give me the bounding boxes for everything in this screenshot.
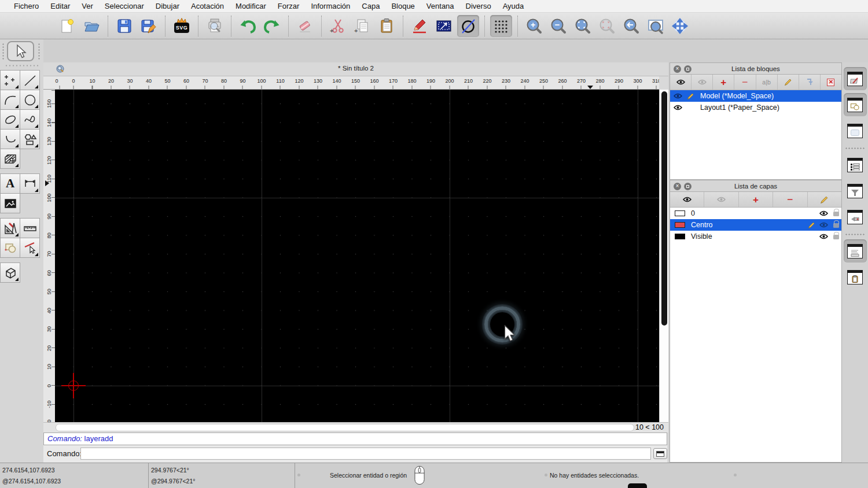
clipboard-dock-toggle[interactable] (844, 265, 867, 289)
menu-item[interactable]: Dibujar (150, 0, 185, 13)
delete-block-button[interactable]: ✕ (821, 75, 841, 90)
eye-icon[interactable] (819, 210, 828, 216)
measure-tool-button[interactable] (20, 218, 40, 238)
hide-all-layers-button[interactable] (704, 192, 738, 207)
new-file-button[interactable] (56, 15, 78, 37)
cut-button[interactable]: + (327, 15, 349, 37)
close-icon[interactable]: × (674, 183, 681, 190)
library-browser-dock-toggle[interactable] (844, 93, 867, 116)
selection-filter-dock-toggle[interactable] (844, 179, 867, 202)
polygon-tool-button[interactable] (20, 129, 40, 149)
draft-mode-button[interactable] (457, 15, 479, 37)
zoom-auto-button[interactable] (572, 15, 594, 37)
selection-window-button[interactable] (433, 15, 455, 37)
horizontal-scrollbar[interactable]: 10 < 100 (43, 422, 668, 432)
layer-color-swatch[interactable] (675, 234, 685, 239)
zoom-previous-button[interactable] (596, 15, 618, 37)
layer-list-dock-toggle[interactable] (844, 153, 867, 176)
eye-icon[interactable] (674, 93, 682, 99)
add-block-button[interactable]: + (713, 75, 734, 90)
menu-item[interactable]: Seleccionar (99, 0, 150, 13)
zoom-out-button[interactable]: − (547, 15, 569, 37)
float-icon[interactable] (684, 183, 692, 190)
drawing-canvas[interactable] (55, 90, 659, 422)
eye-icon[interactable] (819, 234, 828, 239)
block-list-dock-toggle[interactable] (844, 67, 867, 90)
save-button[interactable] (113, 15, 135, 37)
select-tool-button[interactable] (7, 41, 34, 61)
zoom-window-button[interactable] (645, 15, 667, 37)
line-tool-button[interactable] (20, 70, 40, 90)
lock-icon[interactable] (833, 212, 839, 216)
spline-tool-button[interactable] (20, 109, 40, 130)
lock-icon[interactable] (833, 223, 839, 228)
block-row[interactable]: Model (*Model_Space) (670, 90, 841, 102)
lock-icon[interactable] (833, 235, 839, 239)
layer-row[interactable]: Centro (670, 219, 841, 231)
zoom-in-button[interactable]: + (523, 15, 545, 37)
rename-block-button[interactable]: a|b (756, 75, 778, 90)
order-tool-button[interactable] (0, 238, 20, 258)
menu-item[interactable]: Diverso (460, 0, 497, 13)
menu-item[interactable]: Fichero (8, 0, 45, 13)
arc-tool-button[interactable] (0, 90, 20, 110)
menu-item[interactable]: Editar (45, 0, 76, 13)
layer-color-swatch[interactable] (675, 210, 685, 216)
add-layer-button[interactable]: + (739, 192, 773, 207)
redo-button[interactable] (261, 15, 283, 37)
close-icon[interactable]: × (674, 65, 681, 73)
delete-button[interactable] (294, 15, 316, 37)
menu-item[interactable]: Información (305, 0, 356, 13)
command-input[interactable] (80, 448, 651, 460)
eye-icon[interactable] (674, 105, 682, 110)
pen-palette-dock-toggle[interactable] (844, 205, 867, 228)
pencil-icon[interactable] (808, 221, 815, 229)
menu-item[interactable]: Ventana (421, 0, 460, 13)
print-preview-button[interactable] (204, 15, 226, 37)
undo-button[interactable] (237, 15, 259, 37)
copy-button[interactable]: + (351, 15, 373, 37)
eye-icon[interactable] (819, 222, 828, 228)
ellipse-tool-button[interactable] (0, 109, 20, 130)
zoom-back-button[interactable] (620, 15, 642, 37)
layer-row[interactable]: Visible (670, 231, 841, 242)
vertical-scrollbar[interactable] (659, 90, 668, 422)
hatch-tool-button[interactable] (0, 149, 20, 169)
paste-button[interactable] (376, 15, 398, 37)
menu-item[interactable]: Modificar (230, 0, 272, 13)
pen-button[interactable] (409, 15, 431, 37)
modify-tool-button[interactable] (0, 218, 20, 238)
points-tool-button[interactable] (0, 70, 20, 90)
polyline-tool-button[interactable] (0, 129, 20, 149)
pan-button[interactable] (669, 15, 691, 37)
float-icon[interactable] (684, 65, 692, 73)
block-row[interactable]: Layout1 (*Paper_Space) (670, 102, 841, 113)
attributes-tool-button[interactable] (20, 238, 40, 258)
remove-block-button[interactable]: − (734, 75, 756, 90)
menu-item[interactable]: Bloque (385, 0, 420, 13)
layer-row[interactable]: 0 (670, 208, 841, 219)
blank-dock-toggle[interactable] (844, 119, 867, 142)
horizontal-scrollbar-thumb[interactable] (56, 424, 634, 431)
hide-all-blocks-button[interactable] (692, 75, 713, 90)
save-as-button[interactable] (138, 15, 160, 37)
menu-item[interactable]: Ayuda (497, 0, 530, 13)
3d-box-tool-button[interactable] (0, 263, 20, 283)
show-all-blocks-button[interactable] (670, 75, 692, 90)
layer-color-swatch[interactable] (675, 222, 685, 228)
text-tool-button[interactable]: A (0, 173, 20, 194)
dimension-tool-button[interactable] (20, 173, 40, 194)
pencil-icon[interactable] (687, 93, 694, 100)
menu-item[interactable]: Forzar (272, 0, 306, 13)
command-line-dock-toggle[interactable] (844, 239, 867, 263)
open-file-button[interactable] (80, 15, 102, 37)
image-tool-button[interactable] (0, 193, 20, 213)
modify-layer-button[interactable] (808, 192, 841, 207)
svg-export-button[interactable]: SVG (171, 15, 193, 37)
menu-item[interactable]: Capa (356, 0, 385, 13)
command-detach-button[interactable] (653, 448, 667, 459)
edit-block-button[interactable] (778, 75, 799, 90)
grid-toggle-button[interactable] (490, 15, 512, 37)
menu-item[interactable]: Ver (76, 0, 99, 13)
menu-item[interactable]: Acotación (185, 0, 230, 13)
